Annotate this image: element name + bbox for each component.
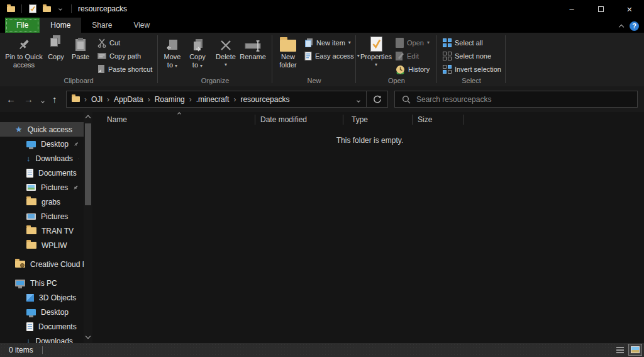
pin-to-quick-access-button[interactable]: Pin to Quick access (5, 35, 43, 69)
computer-icon (15, 280, 25, 286)
creative-cloud-folder-icon (15, 261, 25, 268)
rename-button[interactable]: Rename (239, 35, 267, 61)
open-button[interactable]: Open ▾ (396, 37, 430, 49)
file-list-pane: Name Date modified Type Size This folder… (94, 112, 644, 343)
edit-button[interactable]: Edit (396, 50, 419, 62)
sidebar-scrollbar[interactable] (84, 112, 92, 343)
ribbon-divider (505, 35, 506, 83)
scrollbar-thumb[interactable] (85, 123, 91, 205)
titlebar-separator (21, 4, 22, 13)
group-label-organize: Organize (158, 77, 272, 84)
column-header-type[interactable]: Type (343, 113, 412, 126)
cut-button[interactable]: Cut (97, 37, 120, 49)
paste-shortcut-button[interactable]: Paste shortcut (97, 63, 152, 76)
column-header-size[interactable]: Size (412, 113, 464, 126)
status-separator (42, 346, 43, 354)
column-separator[interactable] (464, 115, 464, 125)
sidebar-item-pictures-device[interactable]: Pictures (0, 209, 84, 224)
delete-button[interactable]: Delete ▾ (214, 35, 238, 67)
thumbnail-view-button[interactable] (628, 344, 642, 356)
scroll-down-icon[interactable] (86, 334, 91, 339)
search-input[interactable] (416, 95, 630, 104)
forward-button[interactable]: → (24, 94, 33, 105)
address-toolbar: ← → ↑ › OJl › AppData › Roaming › .minec… (0, 86, 644, 112)
breadcrumb-item[interactable]: resourcepacks (236, 95, 294, 104)
address-bar[interactable]: › OJl › AppData › Roaming › .minecraft ›… (66, 91, 388, 108)
copy-button[interactable]: Copy (45, 35, 67, 61)
paste-button[interactable]: Paste (69, 35, 92, 61)
pictures-icon (26, 184, 36, 191)
copy-to-button[interactable]: Copy to ▾ (186, 35, 209, 69)
sidebar-item-grabs[interactable]: grabs (0, 195, 84, 209)
details-view-button[interactable] (613, 344, 627, 356)
location-folder-icon (72, 96, 80, 102)
refresh-button[interactable] (373, 95, 382, 104)
breadcrumb-item[interactable]: .minecraft (192, 95, 234, 104)
column-header-name[interactable]: Name (94, 113, 255, 126)
qat-properties-button[interactable] (26, 1, 40, 16)
tab-home[interactable]: Home (40, 18, 81, 33)
ribbon-group-select: Select all Select none Invert selection … (438, 33, 505, 86)
sidebar-item-creative-cloud-files[interactable]: Creative Cloud Fil (0, 257, 84, 271)
quick-access-star-icon: ★ (15, 125, 23, 133)
breadcrumb-item[interactable]: OJl (87, 95, 107, 104)
window-controls: – × (557, 0, 644, 18)
forward-icon: → (24, 94, 33, 105)
sidebar-item-tran-tv[interactable]: TRAN TV (0, 224, 84, 238)
collapse-ribbon-button[interactable] (619, 20, 623, 31)
new-folder-icon (280, 35, 296, 52)
app-folder-icon (4, 1, 18, 16)
ribbon: Pin to Quick access Copy Paste (0, 33, 644, 86)
sidebar-item-documents-pc[interactable]: Documents (0, 319, 84, 334)
back-button[interactable]: ← (6, 94, 16, 105)
move-to-button[interactable]: Move to ▾ (161, 35, 184, 69)
chevron-up-icon (619, 25, 624, 30)
qat-customize-dropdown[interactable] (53, 1, 67, 16)
sidebar-item-quick-access[interactable]: ★ Quick access (0, 122, 84, 137)
maximize-button[interactable] (586, 0, 615, 18)
easy-access-button[interactable]: Easy access ▾ (304, 50, 360, 62)
cube-icon (26, 294, 34, 302)
content-area: ★ Quick access Desktop ↓ Downloads Docum… (0, 112, 644, 343)
up-button[interactable]: ↑ (52, 94, 57, 105)
sidebar-item-documents[interactable]: Documents (0, 166, 84, 180)
minimize-button[interactable]: – (557, 0, 586, 18)
chevron-down-icon (58, 7, 62, 11)
scroll-up-icon[interactable] (86, 115, 91, 120)
move-to-icon (166, 35, 179, 52)
sidebar-item-desktop-pc[interactable]: Desktop (0, 305, 84, 319)
properties-button[interactable]: Properties ▾ (360, 35, 392, 67)
select-none-button[interactable]: Select none (443, 50, 491, 62)
new-folder-button[interactable]: New folder (275, 35, 301, 69)
history-button[interactable]: History (396, 63, 430, 76)
qat-new-folder-button[interactable] (40, 1, 53, 16)
tab-share[interactable]: Share (81, 18, 123, 33)
sidebar-item-wpliw[interactable]: WPLIW (0, 238, 84, 252)
invert-selection-button[interactable]: Invert selection (443, 63, 501, 76)
breadcrumb-item[interactable]: AppData (109, 95, 148, 104)
ribbon-group-open: Properties ▾ Open ▾ Edit History (357, 33, 436, 86)
close-button[interactable]: × (615, 0, 644, 18)
sidebar-item-downloads[interactable]: ↓ Downloads (0, 151, 84, 166)
address-dropdown-button[interactable] (357, 95, 360, 104)
column-header-date-modified[interactable]: Date modified (255, 113, 343, 126)
details-view-icon (616, 347, 624, 353)
new-item-button[interactable]: New item ▾ (304, 37, 351, 49)
sidebar-item-desktop[interactable]: Desktop (0, 137, 84, 151)
ribbon-divider (355, 35, 356, 83)
sidebar-item-pictures[interactable]: Pictures (0, 180, 84, 195)
desktop-icon (26, 309, 36, 315)
recent-locations-button[interactable] (42, 94, 44, 105)
help-button[interactable]: ? (630, 21, 639, 31)
tab-file[interactable]: File (5, 18, 40, 33)
select-all-button[interactable]: Select all (443, 37, 483, 49)
copy-path-button[interactable]: Copy path (97, 50, 141, 62)
pin-icon (78, 156, 79, 162)
pushpin-icon (17, 35, 31, 52)
search-box[interactable] (394, 91, 638, 108)
tab-view[interactable]: View (123, 18, 160, 33)
sidebar-item-this-pc[interactable]: This PC (0, 276, 84, 290)
file-explorer-window: resourcepacks – × File Home Share View ? (0, 0, 644, 357)
breadcrumb-item[interactable]: Roaming (150, 95, 189, 104)
sidebar-item-3d-objects[interactable]: 3D Objects (0, 290, 84, 305)
